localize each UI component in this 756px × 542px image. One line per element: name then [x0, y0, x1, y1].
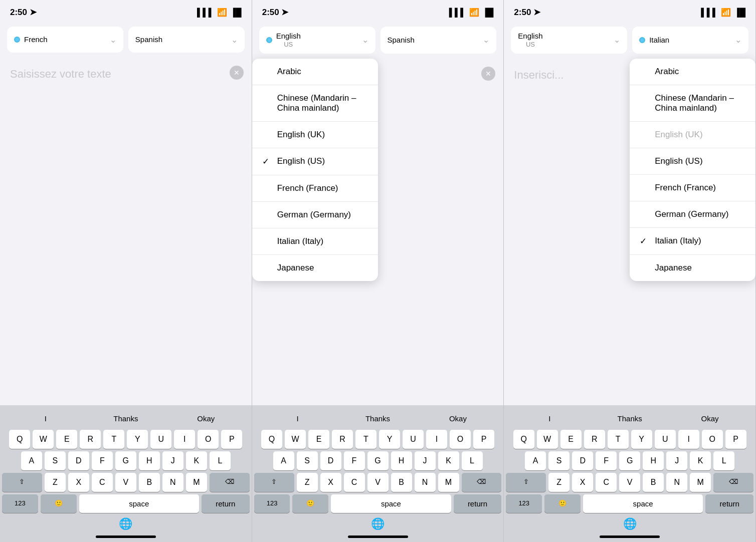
key-i-2[interactable]: I: [426, 430, 447, 449]
key-e-3[interactable]: E: [560, 430, 582, 449]
key-l-1[interactable]: L: [210, 451, 231, 470]
clear-btn-1[interactable]: ✕: [230, 66, 244, 80]
key-t-3[interactable]: T: [608, 430, 629, 449]
key-f-1[interactable]: F: [92, 451, 113, 470]
key-x-3[interactable]: X: [572, 473, 593, 492]
key-j-1[interactable]: J: [162, 451, 183, 470]
key-u-3[interactable]: U: [655, 430, 676, 449]
key-w-2[interactable]: W: [285, 430, 306, 449]
key-p-1[interactable]: P: [221, 430, 242, 449]
key-c-2[interactable]: C: [344, 473, 365, 492]
key-g-1[interactable]: G: [115, 451, 136, 470]
dropdown-item-japanese-3[interactable]: Japanese: [630, 255, 755, 281]
dropdown-item-arabic-2[interactable]: Arabic: [252, 59, 378, 85]
dropdown-item-en-uk-2[interactable]: English (UK): [252, 122, 378, 148]
key-space-1[interactable]: space: [79, 494, 199, 513]
key-x-2[interactable]: X: [320, 473, 341, 492]
lang-to-btn-3[interactable]: Italian ⌄: [632, 27, 748, 54]
key-z-2[interactable]: Z: [297, 473, 318, 492]
key-b-3[interactable]: B: [643, 473, 664, 492]
key-shift-2[interactable]: ⇧: [254, 473, 294, 492]
key-j-3[interactable]: J: [666, 451, 687, 470]
dropdown-item-chinese-2[interactable]: Chinese (Mandarin –China mainland): [252, 85, 378, 122]
key-v-3[interactable]: V: [619, 473, 640, 492]
key-p-3[interactable]: P: [725, 430, 746, 449]
key-d-1[interactable]: D: [68, 451, 89, 470]
key-r-1[interactable]: R: [80, 430, 101, 449]
key-b-2[interactable]: B: [391, 473, 412, 492]
globe-icon-3[interactable]: 🌐: [623, 517, 637, 530]
key-i-3[interactable]: I: [678, 430, 699, 449]
key-v-1[interactable]: V: [115, 473, 136, 492]
key-o-2[interactable]: O: [450, 430, 471, 449]
key-s-1[interactable]: S: [45, 451, 66, 470]
key-b-1[interactable]: B: [139, 473, 160, 492]
lang-to-btn-2[interactable]: Spanish ⌄: [381, 27, 497, 54]
key-e-1[interactable]: E: [56, 430, 77, 449]
key-c-3[interactable]: C: [596, 473, 617, 492]
key-u-1[interactable]: U: [150, 430, 171, 449]
key-r-2[interactable]: R: [332, 430, 353, 449]
key-w-1[interactable]: W: [33, 430, 54, 449]
dropdown-item-en-us-2[interactable]: ✓ English (US): [252, 148, 378, 175]
key-space-3[interactable]: space: [583, 494, 703, 513]
key-123-1[interactable]: 123: [2, 494, 38, 513]
key-g-3[interactable]: G: [619, 451, 640, 470]
key-q-2[interactable]: Q: [261, 430, 282, 449]
dropdown-item-en-uk-3[interactable]: English (UK): [630, 122, 755, 148]
clear-btn-2[interactable]: ✕: [481, 67, 495, 81]
lang-from-btn-1[interactable]: French ⌄: [7, 27, 123, 53]
dropdown-item-italian-2[interactable]: Italian (Italy): [252, 228, 378, 255]
key-o-3[interactable]: O: [702, 430, 723, 449]
dropdown-item-chinese-3[interactable]: Chinese (Mandarin –China mainland): [630, 85, 755, 122]
key-t-1[interactable]: T: [103, 430, 124, 449]
key-return-2[interactable]: return: [454, 494, 502, 513]
suggestion-okay-3[interactable]: Okay: [670, 411, 749, 426]
key-e-2[interactable]: E: [308, 430, 329, 449]
key-a-1[interactable]: A: [21, 451, 42, 470]
key-delete-1[interactable]: ⌫: [210, 473, 250, 492]
key-p-2[interactable]: P: [473, 430, 494, 449]
globe-icon-1[interactable]: 🌐: [119, 517, 132, 530]
key-delete-3[interactable]: ⌫: [713, 473, 753, 492]
key-w-3[interactable]: W: [537, 430, 558, 449]
key-y-3[interactable]: Y: [631, 430, 652, 449]
dropdown-item-german-2[interactable]: German (Germany): [252, 202, 378, 228]
key-123-2[interactable]: 123: [254, 494, 290, 513]
key-y-1[interactable]: Y: [127, 430, 148, 449]
suggestion-thanks-1[interactable]: Thanks: [86, 411, 165, 426]
lang-from-btn-3[interactable]: English US ⌄: [511, 27, 627, 54]
key-q-1[interactable]: Q: [9, 430, 30, 449]
key-emoji-2[interactable]: 🙂: [292, 494, 328, 513]
suggestion-i-3[interactable]: I: [510, 411, 589, 426]
key-q-3[interactable]: Q: [513, 430, 534, 449]
key-k-1[interactable]: K: [186, 451, 207, 470]
dropdown-item-en-us-3[interactable]: English (US): [630, 148, 755, 175]
suggestion-thanks-2[interactable]: Thanks: [338, 411, 418, 426]
key-x-1[interactable]: X: [68, 473, 89, 492]
key-space-2[interactable]: space: [331, 494, 451, 513]
text-area-3[interactable]: Inserisci... Arabic Chinese (Mandarin –C…: [504, 59, 755, 405]
globe-icon-2[interactable]: 🌐: [371, 517, 385, 530]
key-z-1[interactable]: Z: [45, 473, 66, 492]
key-n-3[interactable]: N: [666, 473, 687, 492]
dropdown-item-german-3[interactable]: German (Germany): [630, 201, 755, 228]
key-k-2[interactable]: K: [438, 451, 459, 470]
suggestion-okay-2[interactable]: Okay: [418, 411, 497, 426]
key-d-3[interactable]: D: [572, 451, 593, 470]
suggestion-i-2[interactable]: I: [258, 411, 337, 426]
key-r-3[interactable]: R: [584, 430, 605, 449]
key-m-3[interactable]: M: [690, 473, 711, 492]
key-y-2[interactable]: Y: [379, 430, 400, 449]
key-shift-1[interactable]: ⇧: [2, 473, 42, 492]
key-delete-2[interactable]: ⌫: [462, 473, 502, 492]
text-area-2[interactable]: E| ✕ Arabic Chinese (Mandarin –China mai…: [252, 59, 504, 405]
key-z-3[interactable]: Z: [548, 473, 570, 492]
key-i-1[interactable]: I: [174, 430, 195, 449]
dropdown-item-french-3[interactable]: French (France): [630, 175, 755, 201]
key-a-2[interactable]: A: [273, 451, 294, 470]
key-s-2[interactable]: S: [297, 451, 318, 470]
dropdown-item-japanese-2[interactable]: Japanese: [252, 255, 378, 281]
key-l-3[interactable]: L: [713, 451, 734, 470]
key-shift-3[interactable]: ⇧: [506, 473, 546, 492]
